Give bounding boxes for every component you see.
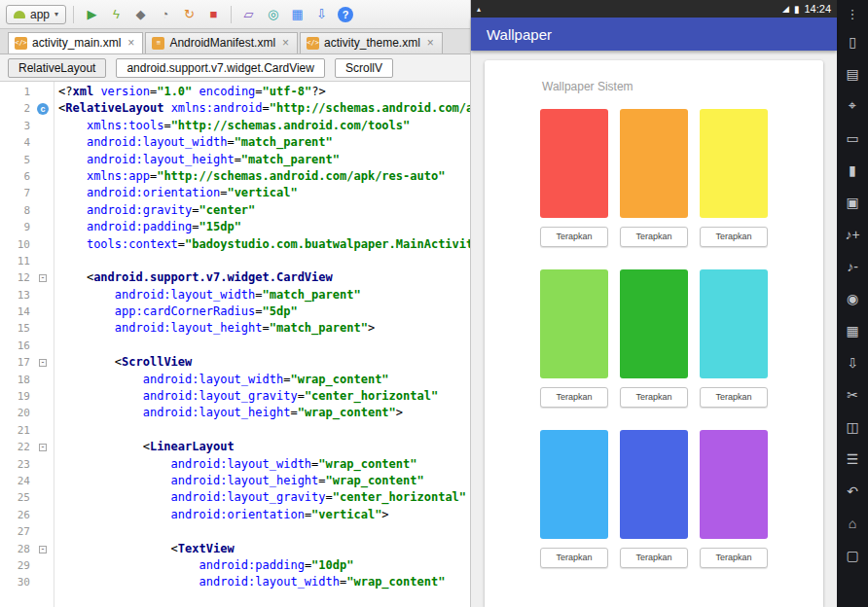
code-line: android:layout_width="wrap_content"	[58, 372, 470, 388]
volume-down-icon[interactable]: ♪-	[837, 250, 868, 282]
pixel-perfect-icon[interactable]: ▦	[837, 314, 868, 346]
app-bar: Wallpaper	[471, 18, 837, 51]
battery-icon[interactable]: ▮	[837, 154, 868, 186]
class-marker-icon: c	[37, 103, 49, 115]
gutter-line: 29	[0, 557, 54, 574]
emulator-window: ▴ ◢ ▮ 14:24 Wallpaper Wallpaper Sistem T…	[471, 0, 837, 607]
install-apk-icon[interactable]: ⇩	[837, 346, 868, 378]
gps-location-icon[interactable]: ⌖	[837, 89, 868, 122]
screenshot-icon[interactable]: ◉	[837, 282, 868, 314]
breadcrumb-item-relativelayout[interactable]: RelativeLayout	[8, 58, 106, 78]
close-icon[interactable]: ×	[127, 36, 134, 50]
code-line: android:orientation="vertical">	[58, 507, 470, 523]
tab-activity-theme-xml[interactable]: </>activity_theme.xml×	[300, 32, 443, 54]
debug-button[interactable]: ◆	[129, 4, 152, 25]
code-line	[58, 422, 470, 439]
wallpaper-swatch-green[interactable]	[620, 269, 688, 378]
profiler-button[interactable]: ◔	[154, 4, 176, 25]
fullscreen-icon[interactable]: ▣	[837, 186, 868, 218]
signal-icon: ◢	[782, 4, 789, 14]
close-icon[interactable]: ×	[427, 36, 434, 50]
wallpaper-swatch-orange[interactable]	[620, 109, 688, 218]
section-heading: Wallpaper Sistem	[542, 80, 768, 93]
code-line: android:layout_gravity="center_horizonta…	[58, 388, 470, 405]
toolbar-separator	[73, 6, 74, 23]
help-button[interactable]: ?	[338, 7, 353, 22]
home-icon[interactable]: ⌂	[837, 507, 868, 539]
tab-label: activity_theme.xml	[324, 36, 420, 50]
more-options-icon[interactable]: ⋮	[837, 2, 868, 25]
sdk-manager-button[interactable]: ⇩	[310, 4, 333, 25]
apply-button-blue[interactable]: Terapkan	[620, 548, 688, 568]
multi-window-icon[interactable]: ◫	[837, 411, 868, 443]
apply-button-yellow[interactable]: Terapkan	[700, 227, 768, 247]
code-line: <ScrollView	[58, 354, 470, 371]
apply-button-light-blue[interactable]: Terapkan	[540, 548, 608, 568]
tab-androidmanifest-xml[interactable]: ≡AndroidManifest.xml×	[145, 32, 298, 54]
breadcrumb-item-android-support-v7-widget-cardview[interactable]: android.support.v7.widget.CardView	[116, 58, 325, 78]
sync-gradle-button[interactable]: ↻	[178, 4, 200, 25]
fold-marker-icon[interactable]: -	[39, 274, 47, 282]
back-icon[interactable]: ↶	[837, 475, 868, 507]
gutter-line: 28-	[0, 541, 54, 557]
gutter-line: 1	[0, 84, 54, 100]
code-line: android:gravity="center"	[58, 202, 470, 219]
breadcrumb-item-scrollv[interactable]: ScrollV	[335, 58, 393, 78]
code-line: xmlns:tools="http://schemas.android.com/…	[58, 118, 470, 134]
sim-card-icon[interactable]: ▤	[837, 57, 868, 89]
wallpaper-cell-green: Terapkan	[620, 269, 688, 408]
run-button[interactable]: ▶	[81, 4, 103, 25]
wallpaper-swatch-purple[interactable]	[700, 430, 768, 539]
gutter-line: 10	[0, 236, 54, 253]
xml-file-icon: </>	[15, 37, 27, 50]
tab-label: AndroidManifest.xml	[169, 36, 275, 50]
stop-button[interactable]: ■	[202, 4, 225, 25]
gutter-line: 8	[0, 202, 54, 219]
apply-button-orange[interactable]: Terapkan	[620, 227, 688, 247]
editor-code[interactable]: <?xml version="1.0" encoding="utf-8"?><R…	[54, 82, 470, 607]
toolbar-separator	[231, 6, 232, 23]
gutter-line: 17-	[0, 354, 54, 371]
display-icon[interactable]: ▭	[837, 122, 868, 154]
apply-changes-button[interactable]: ϟ	[105, 4, 127, 25]
wallpaper-swatch-light-green[interactable]	[540, 269, 608, 378]
gutter-line: 12-	[0, 269, 54, 286]
gutter-line: 21	[0, 422, 54, 439]
code-line: android:layout_width="match_parent"	[58, 287, 470, 304]
avd-manager-button[interactable]: ▦	[286, 4, 308, 25]
rotate-device-icon[interactable]: ▯	[837, 25, 868, 57]
layout-inspector-button[interactable]: ▱	[237, 4, 260, 25]
code-line: android:layout_height="wrap_content">	[58, 405, 470, 421]
menu-icon[interactable]: ☰	[837, 443, 868, 475]
wallpaper-cell-light-blue: Terapkan	[540, 430, 608, 568]
apply-button-cyan[interactable]: Terapkan	[700, 387, 768, 408]
recents-icon[interactable]: ▢	[837, 539, 868, 571]
apply-button-light-green[interactable]: Terapkan	[540, 387, 608, 408]
wallpaper-cell-red: Terapkan	[540, 109, 608, 247]
close-icon[interactable]: ×	[282, 36, 289, 50]
wallpaper-swatch-cyan[interactable]	[700, 269, 768, 378]
gutter-line: 15	[0, 320, 54, 337]
ide-toolbar: app ▾ ▶ϟ◆◔↻■▱◎▦⇩?	[0, 0, 470, 29]
fold-marker-icon[interactable]: -	[39, 444, 47, 451]
emulator-content: Wallpaper Sistem TerapkanTerapkanTerapka…	[471, 51, 837, 607]
fold-marker-icon[interactable]: -	[39, 359, 47, 367]
volume-up-icon[interactable]: ♪+	[837, 218, 868, 250]
gutter-line: 4	[0, 134, 54, 151]
code-line: <TextView	[58, 541, 470, 557]
module-selector[interactable]: app ▾	[6, 5, 66, 24]
instant-run-button[interactable]: ◎	[262, 4, 284, 25]
wallpaper-swatch-blue[interactable]	[620, 430, 688, 539]
apply-button-red[interactable]: Terapkan	[540, 227, 608, 247]
fold-marker-icon[interactable]: -	[39, 546, 47, 553]
wallpaper-swatch-yellow[interactable]	[700, 109, 768, 218]
wallpaper-swatch-red[interactable]	[540, 109, 608, 218]
code-line	[58, 523, 470, 540]
apply-button-purple[interactable]: Terapkan	[700, 548, 768, 568]
code-editor[interactable]: 12c3456789101112-1314151617-1819202122-2…	[0, 82, 470, 607]
apply-button-green[interactable]: Terapkan	[620, 387, 688, 408]
code-line: <android.support.v7.widget.CardView	[58, 269, 470, 286]
screen-capture-icon[interactable]: ✂	[837, 378, 868, 411]
wallpaper-swatch-light-blue[interactable]	[540, 430, 608, 539]
tab-activity-main-xml[interactable]: </>activity_main.xml×	[8, 32, 143, 54]
